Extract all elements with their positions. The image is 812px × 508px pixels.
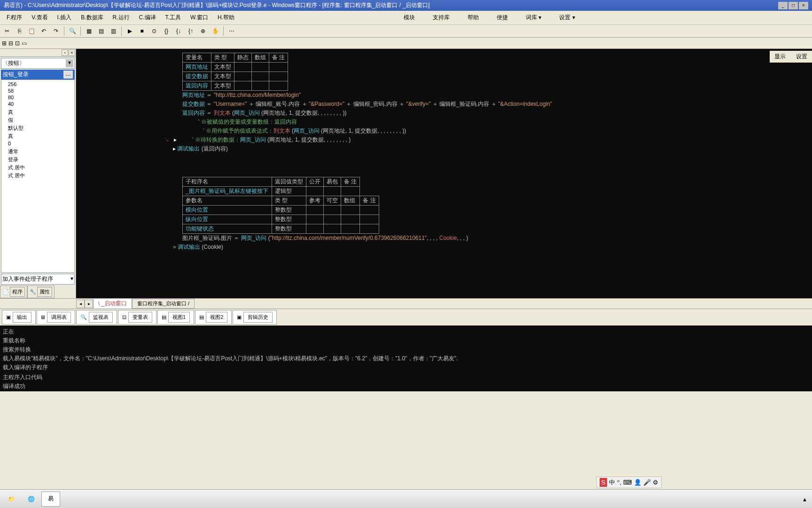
- stepout-icon[interactable]: {↑: [186, 26, 196, 36]
- copy-icon[interactable]: ⎘: [14, 26, 24, 36]
- tab-output[interactable]: ▣ 输出: [2, 310, 36, 325]
- layout3-icon[interactable]: ▥: [108, 26, 118, 36]
- pane-close-icon[interactable]: ×: [69, 49, 75, 56]
- ime-punct-icon[interactable]: °,: [617, 479, 621, 486]
- menu-support[interactable]: 支持库: [428, 12, 454, 24]
- menu-help2[interactable]: 帮助: [463, 12, 484, 24]
- prop-row[interactable]: 80: [1, 94, 74, 101]
- prop-row[interactable]: 通常: [1, 148, 74, 156]
- ime-person-icon[interactable]: 👤: [634, 479, 641, 486]
- explorer-icon[interactable]: 📁: [2, 492, 21, 507]
- code-line[interactable]: 图片框_验证码.图片 ＝ 网页_访问 ("http://ttz.china.co…: [182, 234, 812, 243]
- tb2-3[interactable]: ⊡: [15, 40, 20, 47]
- ime-mic-icon[interactable]: 🎤: [643, 479, 651, 486]
- tab-watch[interactable]: 🔍 监视表: [76, 310, 117, 325]
- prop-row[interactable]: 假: [1, 116, 74, 124]
- menu-dict[interactable]: 词库 ▾: [521, 12, 546, 24]
- menu-help[interactable]: H.帮助: [213, 12, 239, 24]
- toolbar-secondary: ⊞ ⊟ ⊡ ▭: [0, 38, 812, 49]
- ime-lang[interactable]: 中: [609, 478, 615, 487]
- step-icon[interactable]: ⊙: [149, 26, 159, 36]
- code-editor[interactable]: 显示 设置 变量名类 型静态数组备 注 网页地址文本型 提交数据文本型 返回内容…: [76, 49, 812, 298]
- browser-icon[interactable]: 🌐: [22, 492, 40, 507]
- chevron-down-icon: ▾: [70, 275, 73, 283]
- output-panel[interactable]: 正在 重载名称 搜索并转换 载入易模块"精易模块"，文件名："C:\Users\…: [0, 325, 812, 391]
- prop-row[interactable]: 登录: [1, 156, 74, 164]
- selected-item[interactable]: 按钮_登录…: [1, 70, 75, 79]
- code-line[interactable]: 返回内容 ＝ 到文本 (网页_访问 (网页地址, 1, 提交数据, , , , …: [182, 109, 812, 118]
- prop-row[interactable]: 式 居中: [1, 164, 74, 172]
- undo-icon[interactable]: ↶: [39, 26, 49, 36]
- type-combo[interactable]: 〈按钮〉▾: [1, 58, 75, 69]
- layout2-icon[interactable]: ▤: [96, 26, 106, 36]
- redo-icon[interactable]: ↷: [51, 26, 61, 36]
- menu-program[interactable]: F.程序: [2, 12, 27, 24]
- more-icon[interactable]: ⋯: [226, 26, 237, 36]
- tb2-1[interactable]: ⊞: [2, 40, 7, 47]
- code-line[interactable]: » 调试输出 (Cookie): [173, 243, 812, 252]
- prop-row[interactable]: 0: [1, 140, 74, 147]
- ime-keyboard-icon[interactable]: ⌨: [623, 479, 632, 486]
- code-line[interactable]: 提交数据 ＝ "Username=" ＋ 编辑框_账号.内容 ＋ "&Passw…: [182, 100, 812, 109]
- breakpoint-icon[interactable]: ⊕: [198, 26, 208, 36]
- menu-run[interactable]: R.运行: [108, 12, 134, 24]
- ellipsis-button[interactable]: …: [63, 71, 73, 79]
- stepover-icon[interactable]: {}: [161, 26, 172, 36]
- find-icon[interactable]: 🔍: [67, 26, 78, 36]
- menu-settings[interactable]: 设置 ▾: [554, 12, 579, 24]
- paste-icon[interactable]: 📋: [26, 26, 37, 36]
- panel-show[interactable]: 显示: [774, 53, 786, 61]
- prop-row[interactable]: 256: [1, 81, 74, 87]
- menu-module[interactable]: 模块: [399, 12, 420, 24]
- code-line[interactable]: ▸ 调试输出 (返回内容): [173, 144, 812, 153]
- properties-list[interactable]: 256 58 80 40 真 假 默认型 真 0 通常 登录 式 居中 式 居中: [1, 79, 75, 273]
- tab-vars[interactable]: ⊡ 变量表: [118, 310, 156, 325]
- maximize-button[interactable]: □: [789, 2, 798, 9]
- tab-view2[interactable]: ▤ 视图2: [195, 310, 232, 325]
- stepinto-icon[interactable]: {↓: [173, 26, 184, 36]
- event-combo[interactable]: 加入事件处理子程序▾: [1, 274, 75, 285]
- sidebar-tab-program[interactable]: 📄程序: [0, 286, 27, 298]
- tab-next-icon[interactable]: ▸: [85, 300, 93, 308]
- window-titlebar: 易语言) - C:\Users\Administrator\Desktop\【学…: [0, 0, 812, 11]
- tab-view1[interactable]: ▤ 视图1: [157, 310, 194, 325]
- run-icon[interactable]: ▶: [125, 26, 135, 36]
- prop-row[interactable]: 式 居中: [1, 172, 74, 180]
- output-line: 载入易模块"精易模块"，文件名："C:\Users\Administrator\…: [3, 354, 809, 363]
- tab-cliphistory[interactable]: ▣ 剪辑历史: [233, 310, 277, 325]
- prop-row[interactable]: 真: [1, 108, 74, 116]
- tab-prev-icon[interactable]: ◂: [76, 300, 85, 308]
- menu-database[interactable]: B.数据库: [76, 12, 108, 24]
- menu-tools[interactable]: T.工具: [161, 12, 186, 24]
- cut-icon[interactable]: ✂: [2, 26, 12, 36]
- code-comment: ↘ ▸ ' ※待转换的数据：网页_访问 (网页地址, 1, 提交数据, , , …: [164, 135, 812, 144]
- app-icon[interactable]: 易: [41, 492, 60, 507]
- stop-icon[interactable]: ■: [137, 26, 147, 36]
- sidebar-tab-props[interactable]: 🔧属性: [27, 286, 55, 298]
- prop-row[interactable]: 40: [1, 101, 74, 107]
- panel-settings[interactable]: 设置: [796, 53, 807, 61]
- menu-insert[interactable]: I.插入: [53, 12, 77, 24]
- tab-calltable[interactable]: ⊞ 调用表: [37, 310, 75, 325]
- pane-dock-icon[interactable]: ▫: [62, 49, 68, 56]
- title-text: 易语言) - C:\Users\Administrator\Desktop\【学…: [4, 1, 429, 9]
- menu-quick[interactable]: 便捷: [492, 12, 513, 24]
- menu-compile[interactable]: C.编译: [134, 12, 161, 24]
- tb2-2[interactable]: ⊟: [8, 40, 13, 47]
- ime-icon[interactable]: S: [600, 478, 608, 487]
- minimize-button[interactable]: _: [778, 2, 788, 9]
- ime-gear-icon[interactable]: ⚙: [653, 479, 658, 486]
- hand-icon[interactable]: ✋: [210, 26, 220, 36]
- tray-expand-icon[interactable]: ▴: [803, 495, 806, 503]
- layout1-icon[interactable]: ▦: [84, 26, 94, 36]
- prop-row[interactable]: 默认型: [1, 124, 74, 132]
- prop-row[interactable]: 58: [1, 87, 74, 94]
- prop-row[interactable]: 真: [1, 132, 74, 140]
- close-button[interactable]: ×: [799, 2, 808, 9]
- menu-window[interactable]: W.窗口: [186, 12, 213, 24]
- menu-view[interactable]: V.查看: [27, 12, 52, 24]
- tb2-4[interactable]: ▭: [22, 40, 27, 47]
- editor-tab-active[interactable]: \ _启动窗口: [93, 298, 132, 309]
- editor-tab[interactable]: 窗口程序集_启动窗口 /: [132, 299, 195, 309]
- code-line[interactable]: 网页地址 ＝ "http://ttz.china.com/Member/logi…: [182, 91, 812, 100]
